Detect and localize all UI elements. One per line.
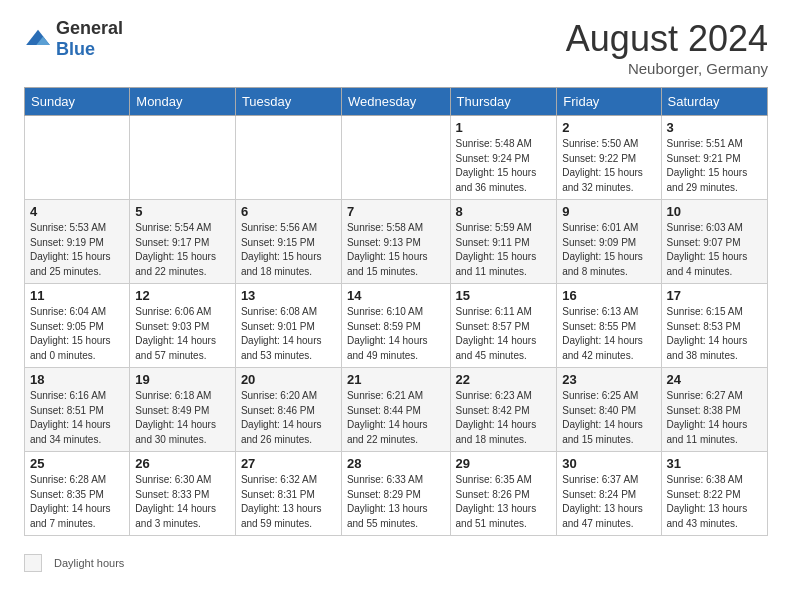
day-info: Sunrise: 6:28 AM Sunset: 8:35 PM Dayligh… — [30, 473, 124, 531]
calendar-body: 1Sunrise: 5:48 AM Sunset: 9:24 PM Daylig… — [25, 116, 768, 536]
legend-text: Daylight hours — [54, 557, 124, 569]
day-info: Sunrise: 6:13 AM Sunset: 8:55 PM Dayligh… — [562, 305, 655, 363]
day-info: Sunrise: 6:18 AM Sunset: 8:49 PM Dayligh… — [135, 389, 230, 447]
day-info: Sunrise: 6:32 AM Sunset: 8:31 PM Dayligh… — [241, 473, 336, 531]
day-number: 27 — [241, 456, 336, 471]
calendar-cell: 25Sunrise: 6:28 AM Sunset: 8:35 PM Dayli… — [25, 452, 130, 536]
week-row-4: 18Sunrise: 6:16 AM Sunset: 8:51 PM Dayli… — [25, 368, 768, 452]
calendar-cell: 28Sunrise: 6:33 AM Sunset: 8:29 PM Dayli… — [341, 452, 450, 536]
day-number: 28 — [347, 456, 445, 471]
day-number: 2 — [562, 120, 655, 135]
day-info: Sunrise: 5:50 AM Sunset: 9:22 PM Dayligh… — [562, 137, 655, 195]
day-number: 7 — [347, 204, 445, 219]
day-number: 14 — [347, 288, 445, 303]
calendar-cell: 31Sunrise: 6:38 AM Sunset: 8:22 PM Dayli… — [661, 452, 767, 536]
day-number: 15 — [456, 288, 552, 303]
day-info: Sunrise: 6:08 AM Sunset: 9:01 PM Dayligh… — [241, 305, 336, 363]
day-number: 4 — [30, 204, 124, 219]
week-row-5: 25Sunrise: 6:28 AM Sunset: 8:35 PM Dayli… — [25, 452, 768, 536]
day-info: Sunrise: 6:06 AM Sunset: 9:03 PM Dayligh… — [135, 305, 230, 363]
calendar-cell: 16Sunrise: 6:13 AM Sunset: 8:55 PM Dayli… — [557, 284, 661, 368]
calendar-wrap: SundayMondayTuesdayWednesdayThursdayFrid… — [0, 87, 792, 548]
day-info: Sunrise: 6:10 AM Sunset: 8:59 PM Dayligh… — [347, 305, 445, 363]
day-number: 21 — [347, 372, 445, 387]
calendar-cell — [341, 116, 450, 200]
calendar-cell: 22Sunrise: 6:23 AM Sunset: 8:42 PM Dayli… — [450, 368, 557, 452]
day-header-friday: Friday — [557, 88, 661, 116]
calendar-cell: 18Sunrise: 6:16 AM Sunset: 8:51 PM Dayli… — [25, 368, 130, 452]
legend-box — [24, 554, 42, 572]
day-number: 18 — [30, 372, 124, 387]
calendar-cell: 5Sunrise: 5:54 AM Sunset: 9:17 PM Daylig… — [130, 200, 236, 284]
day-header-monday: Monday — [130, 88, 236, 116]
calendar-cell: 10Sunrise: 6:03 AM Sunset: 9:07 PM Dayli… — [661, 200, 767, 284]
day-number: 11 — [30, 288, 124, 303]
calendar-cell: 30Sunrise: 6:37 AM Sunset: 8:24 PM Dayli… — [557, 452, 661, 536]
calendar-cell: 23Sunrise: 6:25 AM Sunset: 8:40 PM Dayli… — [557, 368, 661, 452]
title-block: August 2024 Neuborger, Germany — [566, 18, 768, 77]
day-info: Sunrise: 6:27 AM Sunset: 8:38 PM Dayligh… — [667, 389, 762, 447]
calendar-cell: 3Sunrise: 5:51 AM Sunset: 9:21 PM Daylig… — [661, 116, 767, 200]
calendar-cell: 11Sunrise: 6:04 AM Sunset: 9:05 PM Dayli… — [25, 284, 130, 368]
day-info: Sunrise: 6:04 AM Sunset: 9:05 PM Dayligh… — [30, 305, 124, 363]
calendar-table: SundayMondayTuesdayWednesdayThursdayFrid… — [24, 87, 768, 536]
day-number: 31 — [667, 456, 762, 471]
calendar-cell: 13Sunrise: 6:08 AM Sunset: 9:01 PM Dayli… — [235, 284, 341, 368]
day-info: Sunrise: 6:33 AM Sunset: 8:29 PM Dayligh… — [347, 473, 445, 531]
week-row-2: 4Sunrise: 5:53 AM Sunset: 9:19 PM Daylig… — [25, 200, 768, 284]
calendar-cell: 2Sunrise: 5:50 AM Sunset: 9:22 PM Daylig… — [557, 116, 661, 200]
day-number: 16 — [562, 288, 655, 303]
day-number: 17 — [667, 288, 762, 303]
day-number: 12 — [135, 288, 230, 303]
calendar-cell: 8Sunrise: 5:59 AM Sunset: 9:11 PM Daylig… — [450, 200, 557, 284]
location-title: Neuborger, Germany — [566, 60, 768, 77]
day-info: Sunrise: 6:11 AM Sunset: 8:57 PM Dayligh… — [456, 305, 552, 363]
week-row-1: 1Sunrise: 5:48 AM Sunset: 9:24 PM Daylig… — [25, 116, 768, 200]
day-number: 1 — [456, 120, 552, 135]
footer: Daylight hours — [0, 548, 792, 580]
calendar-cell: 19Sunrise: 6:18 AM Sunset: 8:49 PM Dayli… — [130, 368, 236, 452]
day-info: Sunrise: 5:48 AM Sunset: 9:24 PM Dayligh… — [456, 137, 552, 195]
calendar-cell: 4Sunrise: 5:53 AM Sunset: 9:19 PM Daylig… — [25, 200, 130, 284]
day-info: Sunrise: 6:30 AM Sunset: 8:33 PM Dayligh… — [135, 473, 230, 531]
calendar-cell: 12Sunrise: 6:06 AM Sunset: 9:03 PM Dayli… — [130, 284, 236, 368]
day-number: 26 — [135, 456, 230, 471]
calendar-cell: 9Sunrise: 6:01 AM Sunset: 9:09 PM Daylig… — [557, 200, 661, 284]
day-header-sunday: Sunday — [25, 88, 130, 116]
calendar-cell: 14Sunrise: 6:10 AM Sunset: 8:59 PM Dayli… — [341, 284, 450, 368]
day-info: Sunrise: 6:21 AM Sunset: 8:44 PM Dayligh… — [347, 389, 445, 447]
calendar-cell: 1Sunrise: 5:48 AM Sunset: 9:24 PM Daylig… — [450, 116, 557, 200]
logo: General Blue — [24, 18, 123, 60]
day-info: Sunrise: 6:37 AM Sunset: 8:24 PM Dayligh… — [562, 473, 655, 531]
day-info: Sunrise: 6:38 AM Sunset: 8:22 PM Dayligh… — [667, 473, 762, 531]
day-number: 30 — [562, 456, 655, 471]
calendar-cell: 29Sunrise: 6:35 AM Sunset: 8:26 PM Dayli… — [450, 452, 557, 536]
calendar-cell: 20Sunrise: 6:20 AM Sunset: 8:46 PM Dayli… — [235, 368, 341, 452]
day-info: Sunrise: 5:53 AM Sunset: 9:19 PM Dayligh… — [30, 221, 124, 279]
day-header-tuesday: Tuesday — [235, 88, 341, 116]
calendar-cell: 7Sunrise: 5:58 AM Sunset: 9:13 PM Daylig… — [341, 200, 450, 284]
day-number: 3 — [667, 120, 762, 135]
month-year-title: August 2024 — [566, 18, 768, 60]
day-number: 8 — [456, 204, 552, 219]
week-row-3: 11Sunrise: 6:04 AM Sunset: 9:05 PM Dayli… — [25, 284, 768, 368]
calendar-cell: 24Sunrise: 6:27 AM Sunset: 8:38 PM Dayli… — [661, 368, 767, 452]
day-info: Sunrise: 6:16 AM Sunset: 8:51 PM Dayligh… — [30, 389, 124, 447]
day-number: 24 — [667, 372, 762, 387]
day-number: 5 — [135, 204, 230, 219]
day-number: 25 — [30, 456, 124, 471]
days-of-week-row: SundayMondayTuesdayWednesdayThursdayFrid… — [25, 88, 768, 116]
day-header-thursday: Thursday — [450, 88, 557, 116]
day-number: 29 — [456, 456, 552, 471]
day-number: 23 — [562, 372, 655, 387]
day-info: Sunrise: 6:03 AM Sunset: 9:07 PM Dayligh… — [667, 221, 762, 279]
calendar-cell — [130, 116, 236, 200]
day-info: Sunrise: 5:58 AM Sunset: 9:13 PM Dayligh… — [347, 221, 445, 279]
calendar-cell: 15Sunrise: 6:11 AM Sunset: 8:57 PM Dayli… — [450, 284, 557, 368]
calendar-cell: 26Sunrise: 6:30 AM Sunset: 8:33 PM Dayli… — [130, 452, 236, 536]
calendar-cell: 17Sunrise: 6:15 AM Sunset: 8:53 PM Dayli… — [661, 284, 767, 368]
day-info: Sunrise: 6:35 AM Sunset: 8:26 PM Dayligh… — [456, 473, 552, 531]
day-number: 20 — [241, 372, 336, 387]
day-info: Sunrise: 6:20 AM Sunset: 8:46 PM Dayligh… — [241, 389, 336, 447]
day-number: 19 — [135, 372, 230, 387]
